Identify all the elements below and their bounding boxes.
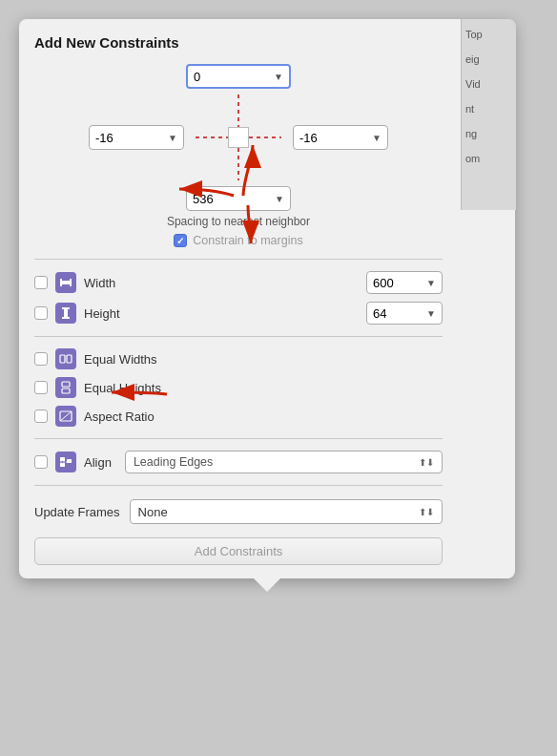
bottom-arrow[interactable]: ▼ [275,194,284,204]
equal-heights-row: Equal Heights [34,373,443,402]
aspect-ratio-row: Aspect Ratio [34,402,443,430]
svg-rect-11 [62,388,70,393]
divider-4 [34,485,443,486]
align-stepper[interactable]: ⬆⬇ [419,457,434,468]
left-arrow[interactable]: ▼ [168,133,177,143]
aspect-ratio-icon [59,410,72,423]
aspect-ratio-label: Aspect Ratio [84,410,443,424]
update-label: Update Frames [34,505,120,519]
height-row: Height 64 ▼ [34,298,443,328]
svg-rect-9 [67,355,72,363]
equal-heights-icon-box [55,377,76,398]
top-spacing-arrow[interactable]: ▼ [274,72,283,82]
bottom-spacing-input[interactable]: 536 ▼ [186,186,291,211]
align-label: Align [84,455,112,470]
right-spacing-input[interactable]: -16 ▼ [293,125,388,150]
sidebar-item-4: nt [465,103,512,115]
divider-2 [34,336,443,337]
svg-rect-15 [60,463,65,467]
right-sidebar: Top eig Vid nt ng om [461,19,516,210]
align-icon-box [55,452,76,472]
divider-1 [34,259,443,260]
constrain-checkbox[interactable] [174,234,187,247]
constrain-row: Constrain to margins [34,234,443,247]
sidebar-item-3: Vid [465,78,512,90]
update-stepper[interactable]: ⬆⬇ [419,507,434,517]
divider-3 [34,438,443,439]
spacing-mid-row: -16 ▼ -16 ▼ [89,94,388,180]
equal-heights-label: Equal Heights [84,381,443,395]
top-spacing-input[interactable]: 0 ▼ [186,64,291,89]
align-dropdown[interactable]: Leading Edges ⬆⬇ [125,451,443,473]
svg-rect-5 [62,307,70,309]
align-row: Align Leading Edges ⬆⬇ [34,447,443,477]
equal-widths-label: Equal Widths [84,352,443,367]
height-value[interactable]: 64 ▼ [366,302,443,325]
cross-center-box [228,127,249,148]
equal-widths-icon [59,352,72,366]
align-checkbox[interactable] [34,455,48,469]
height-value-arrow[interactable]: ▼ [426,308,436,319]
svg-rect-14 [60,457,65,461]
width-checkbox[interactable] [34,276,48,289]
cross-line-left [196,136,228,138]
svg-rect-2 [60,279,62,286]
aspect-ratio-checkbox[interactable] [34,410,48,423]
spacing-grid: 0 ▼ -16 ▼ -16 ▼ [34,64,443,211]
width-label: Width [84,276,359,290]
sidebar-item-2: eig [465,53,512,65]
spacing-cross-widget [196,94,281,180]
equal-widths-checkbox[interactable] [34,352,48,366]
spacing-label: Spacing to nearest neighbor [34,215,443,228]
equal-heights-checkbox[interactable] [34,381,48,394]
equal-widths-icon-box [55,348,76,369]
sidebar-item-6: om [465,153,512,164]
panel-title: Add New Constraints [34,34,443,51]
cross-line-right [249,136,281,138]
cross-line-top [237,94,239,127]
height-icon-box [55,303,76,324]
left-spacing-input[interactable]: -16 ▼ [89,125,184,150]
height-checkbox[interactable] [34,306,48,320]
equal-heights-icon [59,381,72,394]
height-icon [59,306,72,320]
cross-line-bottom [237,148,239,180]
svg-rect-8 [60,355,65,363]
update-dropdown[interactable]: None ⬆⬇ [130,499,443,524]
width-value-arrow[interactable]: ▼ [426,278,436,288]
sidebar-item-5: ng [465,128,512,139]
width-row: Width 600 ▼ [34,267,443,298]
aspect-ratio-icon-box [55,406,76,427]
height-label: Height [84,306,359,321]
constrain-label: Constrain to margins [193,234,302,247]
update-row: Update Frames None ⬆⬇ [34,494,443,530]
add-constraints-button[interactable]: Add Constraints [34,537,443,565]
svg-line-13 [60,411,72,421]
constraints-panel: Top eig Vid nt ng om Add New Constraints… [19,19,515,578]
svg-rect-3 [70,279,72,286]
sidebar-item-1: Top [465,29,512,40]
width-value[interactable]: 600 ▼ [366,271,443,294]
svg-rect-6 [62,317,70,319]
width-icon [59,276,72,289]
width-icon-box [55,272,76,293]
align-icon [59,455,72,469]
right-arrow[interactable]: ▼ [372,133,382,143]
svg-rect-10 [62,382,70,387]
equal-widths-row: Equal Widths [34,345,443,373]
